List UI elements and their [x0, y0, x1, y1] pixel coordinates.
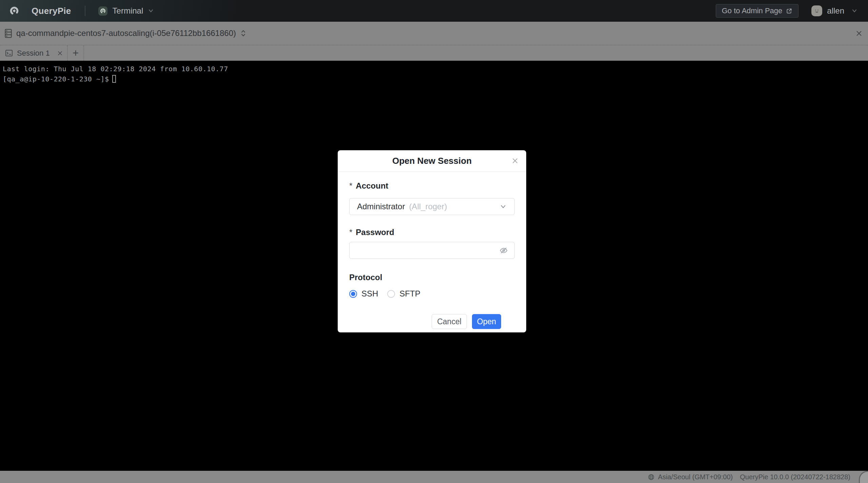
radio-ssh[interactable]: SSH: [349, 289, 378, 298]
globe-icon: [648, 474, 654, 480]
account-selected-hint: (All_roger): [409, 202, 447, 211]
server-name-label: qa-commandpie-centos7-autoscaling(i-05e7…: [16, 28, 236, 38]
password-input[interactable]: [356, 246, 499, 255]
topbar-right-section: Go to Admin Page allen: [716, 4, 868, 18]
session-tab-bar: Session 1 +: [0, 45, 868, 61]
tab-close-icon[interactable]: [57, 51, 63, 56]
terminal-cursor: [112, 75, 116, 83]
modal-body: * Account Administrator (All_roger) * Pa…: [338, 172, 526, 329]
terminal-app-icon: [98, 6, 107, 16]
account-field-label: * Account: [349, 181, 515, 191]
password-visibility-toggle-icon[interactable]: [499, 246, 508, 255]
top-navigation-bar: QueryPie Terminal Go to Admin Page: [0, 0, 868, 22]
account-label-text: Account: [356, 181, 388, 191]
password-label-text: Password: [356, 228, 394, 237]
required-mark: *: [349, 181, 352, 191]
modal-title: Open New Session: [392, 156, 472, 166]
timezone-label: Asia/Seoul (GMT+09:00): [658, 473, 733, 481]
terminal-window-icon: [5, 50, 13, 56]
protocol-label-text: Protocol: [349, 273, 382, 282]
account-selected-value: Administrator: [357, 202, 405, 211]
username-label: allen: [827, 6, 844, 16]
radio-ssh-label: SSH: [361, 289, 378, 298]
modal-footer: Cancel Open: [349, 314, 515, 329]
tab-session-1[interactable]: Session 1: [0, 45, 68, 61]
server-select-caret-icon: [240, 29, 246, 37]
open-new-session-modal: Open New Session * Account Administrator…: [338, 150, 526, 332]
protocol-field-label: Protocol: [349, 273, 515, 282]
app-name-label: Terminal: [113, 6, 143, 16]
radio-sftp-circle: [387, 290, 395, 298]
radio-sftp-label: SFTP: [399, 289, 420, 298]
server-selector-bar[interactable]: qa-commandpie-centos7-autoscaling(i-05e7…: [0, 22, 868, 45]
admin-button-label: Go to Admin Page: [722, 6, 783, 15]
radio-sftp[interactable]: SFTP: [387, 289, 420, 298]
tab-label: Session 1: [17, 49, 50, 58]
app-switcher-dropdown[interactable]: Terminal: [85, 6, 155, 16]
protocol-radio-group: SSH SFTP: [349, 289, 515, 298]
brand-name: QueryPie: [32, 6, 71, 16]
terminal-prompt-line: [qa_a@ip-10-220-1-230 ~]$: [3, 74, 865, 84]
new-session-tab-button[interactable]: +: [68, 45, 84, 61]
status-bar: Asia/Seoul (GMT+09:00) QueryPie 10.0.0 (…: [0, 471, 868, 483]
terminal-prompt: [qa_a@ip-10-220-1-230 ~]$: [3, 75, 109, 83]
server-icon: [5, 29, 12, 38]
terminal-line: Last login: Thu Jul 18 02:29:18 2024 fro…: [3, 64, 865, 74]
user-menu-chevron-icon[interactable]: [851, 7, 858, 14]
querypie-logo-icon: [9, 6, 19, 16]
timezone-group: Asia/Seoul (GMT+09:00): [648, 473, 733, 481]
cancel-button[interactable]: Cancel: [432, 314, 467, 329]
modal-close-icon[interactable]: [512, 157, 518, 164]
password-field-label: * Password: [349, 228, 515, 237]
user-avatar[interactable]: [811, 5, 822, 16]
close-connection-icon[interactable]: [855, 30, 863, 37]
go-to-admin-page-button[interactable]: Go to Admin Page: [716, 4, 799, 18]
app-window: QueryPie Terminal Go to Admin Page: [0, 0, 868, 483]
account-select[interactable]: Administrator (All_roger): [349, 198, 515, 215]
chevron-down-icon: [147, 7, 154, 14]
radio-ssh-circle: [349, 290, 357, 298]
select-chevron-down-icon: [499, 203, 507, 210]
modal-header: Open New Session: [338, 150, 526, 172]
version-label: QueryPie 10.0.0 (20240722-182828): [740, 473, 850, 481]
required-mark: *: [349, 228, 352, 237]
open-button[interactable]: Open: [472, 314, 501, 329]
password-input-wrapper: [349, 242, 515, 259]
external-link-icon: [786, 8, 792, 14]
